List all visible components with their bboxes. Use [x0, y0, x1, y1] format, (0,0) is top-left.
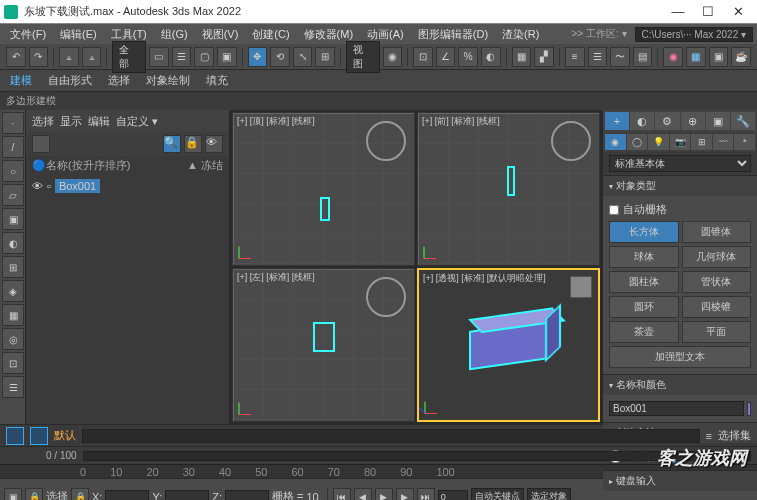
tool-e-button[interactable]: ◎ [2, 328, 24, 350]
angle-snap-button[interactable]: ∠ [436, 47, 456, 67]
tool-b-button[interactable]: ⊞ [2, 256, 24, 278]
scene-tree[interactable]: 👁 ▫ Box001 [26, 174, 229, 424]
percent-snap-button[interactable]: % [458, 47, 478, 67]
tree-row[interactable]: 👁 ▫ Box001 [32, 178, 223, 194]
layer-button[interactable]: ☰ [588, 47, 608, 67]
curve-editor-button[interactable]: 〜 [610, 47, 630, 67]
sub-cameras[interactable]: 📷 [670, 134, 691, 150]
btn-textplus[interactable]: 加强型文本 [609, 346, 751, 368]
align-button[interactable]: ≡ [565, 47, 585, 67]
viewport-left[interactable]: [+] [左] [标准] [线框] [232, 268, 415, 422]
scene-tab-edit[interactable]: 编辑 [88, 114, 110, 129]
rollout-header[interactable]: 对象类型 [603, 176, 757, 196]
timeline-track[interactable] [82, 429, 700, 443]
autogrid-check[interactable]: 自动栅格 [609, 200, 751, 219]
mirror-button[interactable]: ▞ [534, 47, 554, 67]
tab-populate[interactable]: 填充 [202, 71, 232, 90]
autokey-button[interactable]: 自动关键点 [471, 488, 524, 500]
menu-file[interactable]: 文件(F) [4, 25, 52, 44]
object-box[interactable] [320, 197, 330, 221]
placement-button[interactable]: ⊞ [315, 47, 335, 67]
refcoord-dropdown[interactable]: 视图 [346, 41, 380, 73]
viewport-front[interactable]: [+] [前] [标准] [线框] [417, 112, 600, 266]
menu-view[interactable]: 视图(V) [196, 25, 245, 44]
filter-dropdown[interactable]: 全部 [112, 41, 146, 73]
goto-start-button[interactable]: ⏮ [333, 488, 351, 501]
tab-hierarchy[interactable]: ⚙ [655, 112, 679, 130]
viewport-label[interactable]: [+] [前] [标准] [线框] [422, 115, 500, 128]
material-button[interactable]: ◉ [663, 47, 683, 67]
viewport-label[interactable]: [+] [左] [标准] [线框] [237, 271, 315, 284]
minimize-button[interactable]: — [663, 4, 693, 19]
poly-face-button[interactable]: ▱ [2, 184, 24, 206]
viewport-perspective[interactable]: [+] [透视] [标准] [默认明暗处理] [417, 268, 600, 422]
next-frame-button[interactable]: ▶ [396, 488, 414, 501]
play-button[interactable]: ▶ [375, 488, 393, 501]
viewport-label[interactable]: [+] [透视] [标准] [默认明暗处理] [423, 272, 546, 285]
poly-border-button[interactable]: ○ [2, 160, 24, 182]
tool-g-button[interactable]: ☰ [2, 376, 24, 398]
viewport-top[interactable]: [+] [顶] [标准] [线框] [232, 112, 415, 266]
menu-graph[interactable]: 图形编辑器(D) [412, 25, 494, 44]
move-button[interactable]: ✥ [248, 47, 268, 67]
link-button[interactable]: ⟁ [59, 47, 79, 67]
y-input[interactable] [165, 490, 209, 501]
isolate-button[interactable]: ▣ [4, 488, 22, 501]
poly-edge-button[interactable]: / [2, 136, 24, 158]
menu-edit[interactable]: 编辑(E) [54, 25, 103, 44]
tab-display[interactable]: ▣ [706, 112, 730, 130]
undo-button[interactable]: ↶ [6, 47, 26, 67]
tab-create[interactable]: + [605, 112, 629, 130]
prev-frame-button[interactable]: ◀ [354, 488, 372, 501]
close-button[interactable]: ✕ [723, 4, 753, 19]
named-sel-button[interactable]: ▦ [512, 47, 532, 67]
scene-search-button[interactable]: 🔍 [163, 135, 181, 153]
scene-lock-button[interactable]: 🔒 [184, 135, 202, 153]
viewcube[interactable] [366, 277, 406, 317]
x-input[interactable] [105, 490, 149, 501]
col-name[interactable]: 名称(按升序排序) [46, 158, 187, 173]
object-box[interactable] [507, 166, 515, 196]
scene-view-button[interactable]: 👁 [205, 135, 223, 153]
tab-motion[interactable]: ⊕ [681, 112, 705, 130]
object-name-input[interactable] [609, 401, 744, 416]
sub-helpers[interactable]: ⊞ [691, 134, 712, 150]
spinner-snap-button[interactable]: ◐ [481, 47, 501, 67]
viewcube[interactable] [551, 121, 591, 161]
time-slider[interactable] [83, 451, 751, 461]
viewport-label[interactable]: [+] [顶] [标准] [线框] [237, 115, 315, 128]
btn-geosphere[interactable]: 几何球体 [682, 246, 752, 268]
btn-tube[interactable]: 管状体 [682, 271, 752, 293]
path-crumb[interactable]: C:\Users\··· Max 2022 ▾ [635, 27, 753, 42]
col-freeze[interactable]: ▲ 冻结 [187, 158, 223, 173]
goto-end-button[interactable]: ⏭ [417, 488, 435, 501]
render-setup-button[interactable]: ▦ [686, 47, 706, 67]
timeline-mode-button[interactable] [30, 427, 48, 445]
btn-cylinder[interactable]: 圆柱体 [609, 271, 679, 293]
sel-lock-button[interactable]: 🔒 [71, 488, 89, 501]
maximize-button[interactable]: ☐ [693, 4, 723, 19]
tool-c-button[interactable]: ◈ [2, 280, 24, 302]
menu-group[interactable]: 组(G) [155, 25, 194, 44]
color-swatch[interactable] [747, 402, 751, 416]
rollout-header[interactable]: 名称和颜色 [603, 375, 757, 395]
render-button[interactable]: ☕ [731, 47, 751, 67]
menu-create[interactable]: 创建(C) [246, 25, 295, 44]
tab-freeform[interactable]: 自由形式 [44, 71, 96, 90]
select-region-button[interactable]: ▢ [194, 47, 214, 67]
tab-utilities[interactable]: 🔧 [731, 112, 755, 130]
redo-button[interactable]: ↷ [29, 47, 49, 67]
btn-teapot[interactable]: 茶壶 [609, 321, 679, 343]
tab-objpaint[interactable]: 对象绘制 [142, 71, 194, 90]
poly-element-button[interactable]: ▣ [2, 208, 24, 230]
unlink-button[interactable]: ⟁ [82, 47, 102, 67]
selset-icon[interactable]: ≡ [706, 430, 712, 442]
btn-plane[interactable]: 平面 [682, 321, 752, 343]
z-input[interactable] [225, 490, 269, 501]
lock-button[interactable]: 🔒 [25, 488, 43, 501]
eye-icon[interactable]: 👁 [32, 180, 43, 192]
poly-vert-button[interactable]: · [2, 112, 24, 134]
scene-tab-display[interactable]: 显示 [60, 114, 82, 129]
tree-item-label[interactable]: Box001 [55, 179, 100, 193]
btn-pyramid[interactable]: 四棱锥 [682, 296, 752, 318]
